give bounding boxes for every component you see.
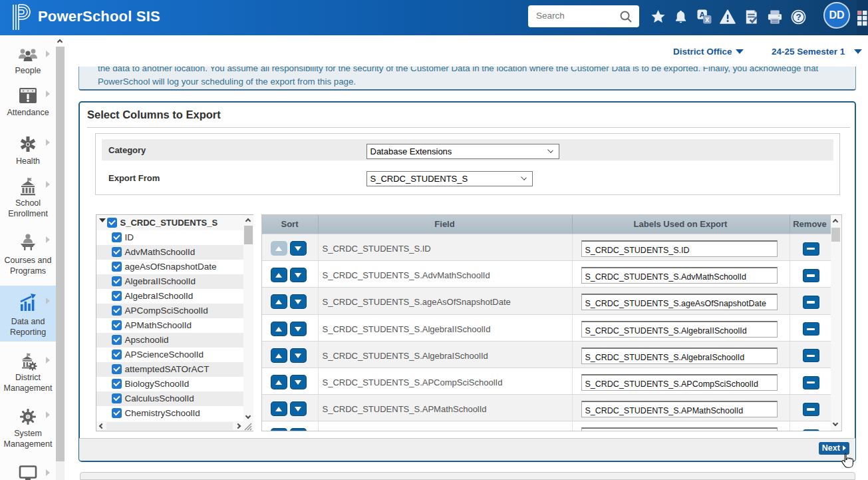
svg-text:x̅: x̅ [704,15,709,23]
svg-text:?: ? [796,12,801,22]
